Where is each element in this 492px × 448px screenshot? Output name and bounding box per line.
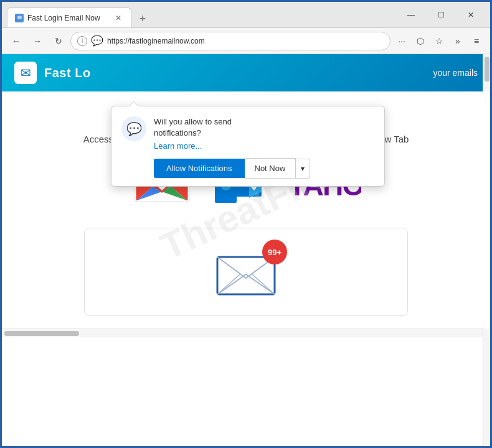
not-now-button[interactable]: Not Now [245,158,296,179]
not-now-dropdown-button[interactable]: ▾ [296,159,310,179]
active-tab[interactable]: ✉ Fast Login Email Now ✕ [7,7,131,27]
site-header: ✉ Fast Lo your emails [2,54,490,91]
nav-bar: ← → ↻ i 💬 ··· ⬡ ☆ » ≡ [2,28,490,54]
info-icon[interactable]: i [77,36,87,46]
new-tab-button[interactable]: + [134,10,151,27]
site-logo-text: Fast Lo [44,66,91,80]
site-logo-icon: ✉ [14,62,37,84]
close-button[interactable]: ✕ [457,6,485,24]
scrollbar-thumb [485,57,490,82]
more-options-button[interactable]: ··· [393,32,410,50]
learn-more-link[interactable]: Learn more... [154,141,374,151]
horizontal-scrollbar[interactable] [2,329,490,337]
popup-buttons: Allow Notifications Not Now ▾ [111,156,384,186]
email-envelope: 99+ [215,247,277,297]
notification-badge: 99+ [262,240,287,264]
popup-question: Will you allow to send notifications? [154,116,374,139]
notification-icon: 💬 [121,116,146,141]
notification-popup: 💬 Will you allow to send notifications? … [111,106,385,187]
tab-favicon: ✉ [15,14,24,22]
extensions-button[interactable]: » [449,32,466,50]
popup-arrow [129,101,139,106]
window-controls: — ☐ ✕ [397,6,485,24]
minimize-button[interactable]: — [397,6,425,24]
popup-header: 💬 Will you allow to send notifications? … [111,106,384,156]
refresh-button[interactable]: ↻ [49,32,68,50]
allow-notifications-button[interactable]: Allow Notifications [154,159,245,178]
email-widget: 99+ [84,228,408,316]
address-input[interactable] [107,37,384,45]
pocket-button[interactable]: ⬡ [412,32,429,50]
tab-area: ✉ Fast Login Email Now ✕ + [7,2,389,27]
page-content: 💬 Will you allow to send notifications? … [2,54,490,446]
popup-text-content: Will you allow to send notifications? Le… [154,116,374,151]
forward-button[interactable]: → [28,32,47,50]
maximize-button[interactable]: ☐ [427,6,455,24]
back-button[interactable]: ← [7,32,26,50]
address-bar: i 💬 [70,32,390,50]
title-bar: ✉ Fast Login Email Now ✕ + — ☐ ✕ [2,2,490,28]
browser-window: ✉ Fast Login Email Now ✕ + — ☐ ✕ ← → ↻ i… [2,2,490,446]
nav-icons-right: ··· ⬡ ☆ » ≡ [393,32,485,50]
site-header-right-text: your emails [433,68,478,78]
speech-bubble-icon: 💬 [91,35,103,47]
menu-button[interactable]: ≡ [468,32,485,50]
h-scrollbar-thumb [4,331,79,336]
tab-close-btn[interactable]: ✕ [113,13,123,23]
bookmarks-button[interactable]: ☆ [430,32,448,50]
tab-title: Fast Login Email Now [27,14,110,22]
